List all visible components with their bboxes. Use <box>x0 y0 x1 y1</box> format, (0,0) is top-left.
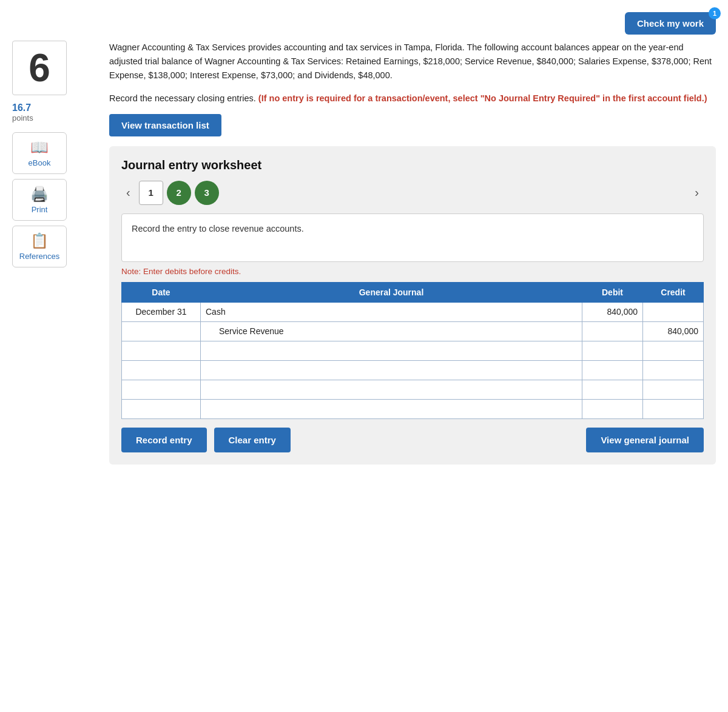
tab-prev-button[interactable]: ‹ <box>121 183 135 202</box>
tab-1[interactable]: 1 <box>139 181 163 205</box>
cell-date[interactable] <box>122 399 201 418</box>
cell-debit[interactable] <box>582 321 643 341</box>
tab-bar: ‹ 1 2 3 › <box>121 181 704 205</box>
cell-date[interactable] <box>122 341 201 360</box>
cell-account[interactable] <box>201 341 582 360</box>
worksheet-title: Journal entry worksheet <box>121 158 704 172</box>
cell-debit[interactable] <box>582 399 643 418</box>
note-text: Note: Enter debits before credits. <box>121 267 704 276</box>
points-label: points <box>12 113 97 123</box>
cell-credit[interactable]: 840,000 <box>643 321 704 341</box>
col-debit: Debit <box>582 282 643 302</box>
cell-debit[interactable] <box>582 380 643 399</box>
cell-date[interactable] <box>122 321 201 341</box>
cell-credit[interactable] <box>643 302 704 321</box>
description-box: Record the entry to close revenue accoun… <box>121 213 704 262</box>
ebook-icon: 📖 <box>30 139 49 156</box>
cell-account[interactable]: Service Revenue <box>201 321 582 341</box>
points-value: 16.7 <box>12 102 97 113</box>
question-number: 6 <box>29 45 50 90</box>
col-general-journal: General Journal <box>201 282 582 302</box>
col-credit: Credit <box>643 282 704 302</box>
tab-2[interactable]: 2 <box>167 181 191 205</box>
col-date: Date <box>122 282 201 302</box>
worksheet-card: Journal entry worksheet ‹ 1 2 3 › <box>109 146 716 465</box>
content-area: Wagner Accounting & Tax Services provide… <box>109 41 716 465</box>
table-row <box>122 399 704 418</box>
cell-account[interactable] <box>201 380 582 399</box>
cell-credit[interactable] <box>643 341 704 360</box>
journal-table: Date General Journal Debit Credit <box>121 282 704 419</box>
references-label: References <box>19 252 59 261</box>
bottom-buttons: Record entry Clear entry View general jo… <box>121 428 704 452</box>
table-row: Service Revenue840,000 <box>122 321 704 341</box>
view-transaction-button[interactable]: View transaction list <box>109 114 221 136</box>
notification-badge: 1 <box>709 7 721 19</box>
check-my-work-button[interactable]: Check my work 1 <box>625 12 716 35</box>
cell-debit[interactable] <box>582 360 643 380</box>
print-button[interactable]: 🖨️ Print <box>12 179 67 221</box>
table-row <box>122 360 704 380</box>
sidebar: 6 16.7 points 📖 eBook 🖨️ Print 📋 Referen… <box>12 41 97 465</box>
cell-account[interactable] <box>201 399 582 418</box>
references-button[interactable]: 📋 References <box>12 226 67 267</box>
cell-date[interactable]: December 31 <box>122 302 201 321</box>
view-general-journal-button[interactable]: View general journal <box>586 428 704 452</box>
ebook-button[interactable]: 📖 eBook <box>12 132 67 174</box>
cell-debit[interactable] <box>582 341 643 360</box>
ebook-label: eBook <box>29 158 51 167</box>
tab-next-button[interactable]: › <box>690 183 704 202</box>
problem-text: Wagner Accounting & Tax Services provide… <box>109 41 716 83</box>
cell-debit[interactable]: 840,000 <box>582 302 643 321</box>
print-icon: 🖨️ <box>30 186 49 203</box>
question-number-box: 6 <box>12 41 67 95</box>
record-entry-button[interactable]: Record entry <box>121 428 207 452</box>
problem-instruction: Record the necessary closing entries. (I… <box>109 92 716 106</box>
cell-date[interactable] <box>122 380 201 399</box>
cell-credit[interactable] <box>643 360 704 380</box>
table-row: December 31Cash840,000 <box>122 302 704 321</box>
table-row <box>122 341 704 360</box>
table-row <box>122 380 704 399</box>
sidebar-buttons: 📖 eBook 🖨️ Print 📋 References <box>12 132 97 267</box>
references-icon: 📋 <box>30 232 49 249</box>
clear-entry-button[interactable]: Clear entry <box>214 428 291 452</box>
cell-credit[interactable] <box>643 380 704 399</box>
print-label: Print <box>32 205 48 214</box>
cell-account[interactable] <box>201 360 582 380</box>
cell-account[interactable]: Cash <box>201 302 582 321</box>
tab-3[interactable]: 3 <box>195 181 219 205</box>
warning-text: (If no entry is required for a transacti… <box>258 93 707 103</box>
cell-date[interactable] <box>122 360 201 380</box>
cell-credit[interactable] <box>643 399 704 418</box>
